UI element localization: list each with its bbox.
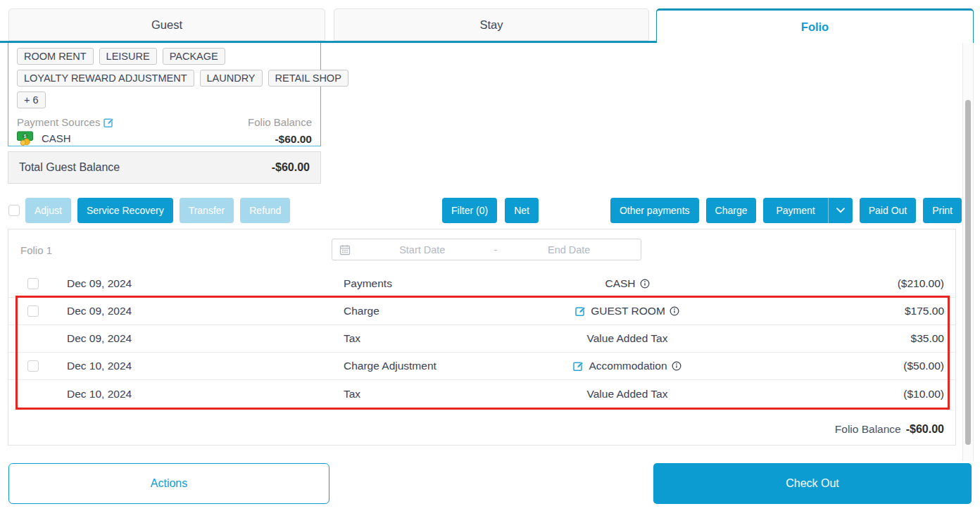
filter-0-button[interactable]: Filter (0) xyxy=(442,198,497,223)
chevron-down-icon xyxy=(836,208,845,213)
tag-row: ROOM RENTLEISUREPACKAGE xyxy=(17,48,312,65)
row-description-text: Accommodation xyxy=(589,360,667,372)
folio-tag-room-rent[interactable]: ROOM RENT xyxy=(17,48,94,65)
tag-row: LOYALTY REWARD ADJUSTMENTLAUNDRYRETAIL S… xyxy=(17,70,312,87)
row-checkbox[interactable] xyxy=(27,360,39,372)
row-checkbox[interactable] xyxy=(27,278,39,289)
table-row: Dec 10, 2024Charge AdjustmentAccommodati… xyxy=(8,353,955,380)
scrollbar-track[interactable] xyxy=(962,42,974,461)
transfer-button[interactable]: Transfer xyxy=(180,198,234,223)
edit-icon[interactable] xyxy=(573,360,584,372)
adjust-button[interactable]: Adjust xyxy=(25,198,71,223)
payment-sources: Payment Sources $ CASH xyxy=(17,116,115,146)
folio-balance-value: -$60.00 xyxy=(248,133,312,146)
folio-tag-6[interactable]: + 6 xyxy=(17,92,46,108)
info-icon[interactable] xyxy=(672,361,681,371)
date-range-picker[interactable]: Start Date - End Date xyxy=(332,239,641,260)
folio-tag-laundry[interactable]: LAUNDRY xyxy=(200,70,263,87)
folio-balance-label: Folio Balance xyxy=(248,116,312,128)
row-description: Value Added Tax xyxy=(536,388,719,400)
select-all-checkbox[interactable] xyxy=(8,205,20,216)
total-guest-balance-value: -$60.00 xyxy=(272,161,310,174)
check-out-button[interactable]: Check Out xyxy=(653,463,972,504)
tab-stay[interactable]: Stay xyxy=(334,8,649,41)
row-description: CASH xyxy=(536,277,719,290)
svg-text:$: $ xyxy=(24,134,27,139)
service-recovery-button[interactable]: Service Recovery xyxy=(77,198,173,223)
folio-summary-card: ROOM RENTLEISUREPACKAGELOYALTY REWARD AD… xyxy=(8,43,321,146)
table-row: Dec 09, 2024ChargeGUEST ROOM$175.00 xyxy=(8,298,955,325)
actions-button[interactable]: Actions xyxy=(8,463,329,504)
folio-page: Guest Stay Folio ROOM RENTLEISUREPACKAGE… xyxy=(0,0,980,511)
refund-button[interactable]: Refund xyxy=(240,198,290,223)
row-date: Dec 09, 2024 xyxy=(67,277,344,290)
folio-table-footer: Folio Balance -$60.00 xyxy=(8,417,955,441)
row-date: Dec 09, 2024 xyxy=(67,305,344,317)
net-button[interactable]: Net xyxy=(505,198,539,223)
scrollbar-thumb[interactable] xyxy=(965,100,971,445)
row-amount: ($50.00) xyxy=(719,360,955,372)
cash-icon: $ xyxy=(17,131,36,146)
toolbar-middle-group: Filter (0)Net xyxy=(442,198,539,223)
row-checkbox-cell xyxy=(8,305,67,317)
payment-dropdown-toggle[interactable] xyxy=(829,208,853,213)
table-folio-balance-label: Folio Balance xyxy=(835,423,901,436)
row-description-text: CASH xyxy=(605,277,635,290)
payment-button-label: Payment xyxy=(763,205,827,216)
row-date: Dec 09, 2024 xyxy=(67,332,344,345)
info-icon[interactable] xyxy=(670,306,679,316)
end-date-placeholder[interactable]: End Date xyxy=(497,244,641,255)
folio-tag-loyalty-reward-adjustment[interactable]: LOYALTY REWARD ADJUSTMENT xyxy=(17,70,194,87)
table-row: Dec 09, 2024PaymentsCASH($210.00) xyxy=(8,270,955,298)
row-amount: ($10.00) xyxy=(719,388,955,400)
info-icon[interactable] xyxy=(640,279,650,289)
toolbar-left-group: AdjustService RecoveryTransferRefund xyxy=(25,198,290,223)
calendar-icon xyxy=(339,244,351,255)
table-folio-balance-value: -$60.00 xyxy=(906,423,944,436)
payment-button[interactable]: Payment xyxy=(763,198,852,223)
payment-section: Payment Sources $ CASH xyxy=(17,116,312,146)
folio-table-header: Folio 1 Start Date - End Date xyxy=(8,229,955,270)
toolbar-right-group: Other paymentsChargePaymentPaid OutPrint xyxy=(610,198,962,223)
edit-icon[interactable] xyxy=(575,305,586,317)
row-amount: $35.00 xyxy=(719,332,955,345)
tag-row: + 6 xyxy=(17,92,312,108)
payment-source-name: CASH xyxy=(42,132,71,144)
row-description-text: GUEST ROOM xyxy=(591,305,665,317)
row-checkbox-cell xyxy=(8,360,67,372)
table-row: Dec 10, 2024TaxValue Added Tax($10.00) xyxy=(8,380,955,408)
paid-out-button[interactable]: Paid Out xyxy=(860,198,916,223)
charge-button[interactable]: Charge xyxy=(706,198,757,223)
row-type: Tax xyxy=(344,388,536,400)
row-description: Value Added Tax xyxy=(536,332,719,345)
folio-tag-leisure[interactable]: LEISURE xyxy=(99,48,157,65)
folio-tag-package[interactable]: PACKAGE xyxy=(163,48,225,65)
folio-tags: ROOM RENTLEISUREPACKAGELOYALTY REWARD AD… xyxy=(17,48,312,108)
edit-icon[interactable] xyxy=(103,117,115,128)
table-row: Dec 09, 2024TaxValue Added Tax$35.00 xyxy=(8,325,955,353)
folio-table: Folio 1 Start Date - End Date xyxy=(8,229,956,446)
start-date-placeholder[interactable]: Start Date xyxy=(351,244,494,255)
other-payments-button[interactable]: Other payments xyxy=(610,198,699,223)
folio-number-label: Folio 1 xyxy=(20,244,52,256)
card-folio-balance: Folio Balance -$60.00 xyxy=(248,116,312,146)
folio-tag-retail-shop[interactable]: RETAIL SHOP xyxy=(268,70,348,87)
row-type: Tax xyxy=(344,332,536,345)
payment-sources-label: Payment Sources xyxy=(17,116,100,128)
row-type: Charge xyxy=(344,305,536,317)
row-checkbox[interactable] xyxy=(27,305,39,317)
row-checkbox-cell xyxy=(8,278,67,289)
row-type: Payments xyxy=(344,277,536,290)
row-amount: $175.00 xyxy=(719,305,955,317)
row-description: Accommodation xyxy=(536,360,719,372)
row-amount: ($210.00) xyxy=(719,277,955,290)
folio-table-rows: Dec 09, 2024PaymentsCASH($210.00)Dec 09,… xyxy=(8,270,955,408)
total-guest-balance: Total Guest Balance -$60.00 xyxy=(8,151,321,184)
tab-guest[interactable]: Guest xyxy=(8,8,325,41)
row-type: Charge Adjustment xyxy=(344,360,536,372)
total-guest-balance-label: Total Guest Balance xyxy=(19,161,120,174)
row-date: Dec 10, 2024 xyxy=(67,388,344,400)
print-button[interactable]: Print xyxy=(923,198,962,223)
row-description-text: Value Added Tax xyxy=(587,388,668,400)
tab-folio[interactable]: Folio xyxy=(656,8,974,43)
